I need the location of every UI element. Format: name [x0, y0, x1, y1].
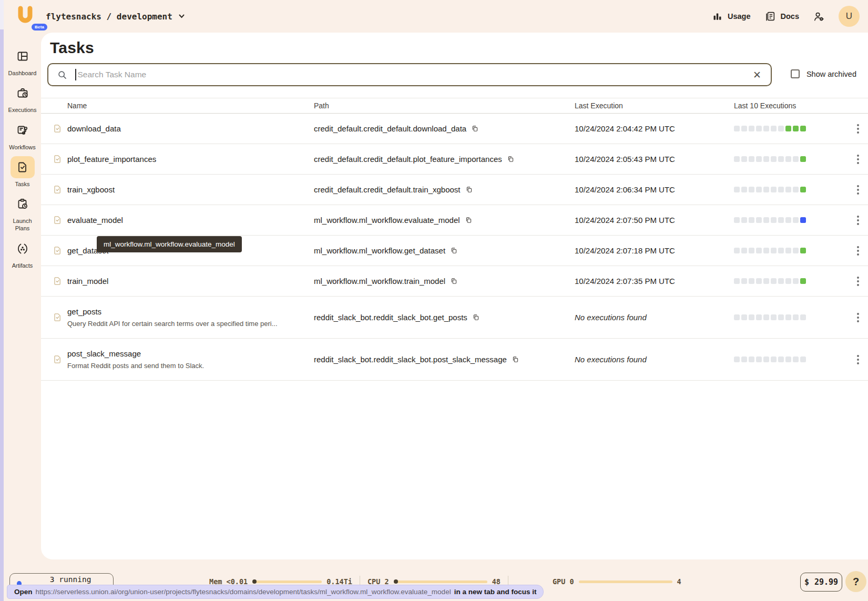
clear-search-button[interactable]: ✕ [752, 69, 762, 81]
task-description: Format Reddit posts and send them to Sla… [67, 362, 314, 370]
sidebar-item-executions[interactable]: Executions [5, 82, 40, 114]
execution-square [756, 248, 762, 253]
artifacts-icon [11, 238, 35, 260]
sidebar-item-tasks[interactable]: Tasks [5, 156, 40, 188]
row-menu-button[interactable] [855, 213, 861, 227]
row-menu-button[interactable] [855, 152, 861, 166]
last-execution: 10/24/2024 2:07:18 PM UTC [575, 246, 734, 255]
row-menu-button[interactable] [855, 183, 861, 197]
sidebar-item-workflows[interactable]: Workflows [5, 119, 40, 151]
search-input[interactable] [76, 70, 752, 79]
show-archived-control: Show archived [791, 69, 856, 78]
execution-square [785, 126, 791, 131]
table-row[interactable]: plot_feature_importances credit_default.… [41, 144, 868, 175]
task-path-tooltip: ml_workflow.ml_workflow.evaluate_model [97, 236, 242, 252]
execution-square [785, 156, 791, 162]
last-execution: No executions found [575, 313, 734, 322]
table-row[interactable]: download_data credit_default.credit_defa… [41, 114, 868, 144]
copy-icon[interactable] [450, 247, 458, 254]
last-10-executions [734, 278, 847, 284]
copy-icon[interactable] [471, 125, 479, 133]
last-10-executions [734, 356, 847, 362]
row-menu-button[interactable] [855, 353, 861, 366]
user-admin-button[interactable] [813, 11, 825, 23]
column-header-name: Name [67, 101, 314, 110]
execution-square [749, 217, 754, 223]
project-domain-breadcrumb[interactable]: flytesnacks / development [46, 0, 185, 33]
help-button[interactable]: ? [845, 571, 866, 592]
search-icon [57, 69, 68, 80]
execution-square [741, 217, 747, 223]
executions-icon [11, 82, 35, 104]
gpu-meter-bar [579, 580, 672, 583]
table-row[interactable]: get_posts Query Reddit API for certain s… [41, 297, 868, 339]
task-path: ml_workflow.ml_workflow.get_dataset [314, 246, 445, 255]
gpu-value: 0 [569, 577, 574, 586]
last-10-executions [734, 217, 847, 223]
execution-square [734, 356, 740, 362]
table-row[interactable]: train_model ml_workflow.ml_workflow.trai… [41, 266, 868, 297]
sidebar-item-artifacts[interactable]: Artifacts [5, 238, 40, 269]
gpu-meter: GPU 0 4 [553, 577, 681, 586]
chevron-down-icon [179, 14, 185, 18]
row-menu-button[interactable] [855, 311, 861, 324]
sidebar-item-dashboard[interactable]: Dashboard [5, 45, 40, 77]
execution-square [785, 314, 791, 320]
status-prefix: Open [14, 588, 33, 596]
execution-square [734, 248, 740, 253]
docs-label: Docs [781, 12, 799, 21]
execution-square [734, 156, 740, 162]
task-name[interactable]: get_posts [67, 307, 314, 316]
sidebar-item-launch-plans[interactable]: Launch Plans [5, 193, 40, 232]
copy-icon[interactable] [472, 313, 480, 321]
show-archived-checkbox[interactable] [791, 69, 800, 78]
execution-square [763, 314, 769, 320]
credits-button[interactable]: $ 29.99 [800, 573, 842, 592]
row-menu-button[interactable] [855, 244, 861, 258]
union-logo[interactable]: Beta [14, 5, 38, 29]
last-execution: No executions found [575, 355, 734, 364]
task-path: credit_default.credit_default.plot_featu… [314, 155, 502, 164]
copy-icon[interactable] [465, 216, 473, 224]
task-path: reddit_slack_bot.reddit_slack_bot.get_po… [314, 313, 467, 322]
task-doc-icon [53, 312, 67, 322]
execution-square [756, 187, 762, 192]
row-menu-button[interactable] [855, 274, 861, 288]
execution-square [778, 126, 784, 131]
execution-square [778, 187, 784, 192]
copy-icon[interactable] [512, 355, 519, 363]
row-menu-button[interactable] [855, 122, 861, 136]
task-name[interactable]: train_model [67, 277, 314, 286]
avatar[interactable]: U [839, 6, 860, 27]
task-name[interactable]: plot_feature_importances [67, 155, 314, 164]
table-row[interactable]: post_slack_message Format Reddit posts a… [41, 339, 868, 381]
task-name[interactable]: post_slack_message [67, 349, 314, 358]
task-name[interactable]: train_xgboost [67, 185, 314, 194]
docs-button[interactable]: Docs [764, 11, 799, 22]
copy-icon[interactable] [507, 155, 515, 163]
task-path: credit_default.credit_default.train_xgbo… [314, 185, 461, 194]
execution-square [800, 217, 806, 223]
execution-square [763, 278, 769, 284]
table-row[interactable]: evaluate_model ml_workflow.ml_workflow.e… [41, 205, 868, 236]
execution-square [778, 356, 784, 362]
execution-square [793, 126, 799, 131]
execution-square [800, 248, 806, 253]
mem-meter-bar [252, 580, 322, 583]
task-name[interactable]: evaluate_model [67, 216, 314, 225]
usage-button[interactable]: Usage [712, 11, 751, 22]
task-doc-icon [53, 124, 67, 134]
table-row[interactable]: train_xgboost credit_default.credit_defa… [41, 175, 868, 205]
task-path: reddit_slack_bot.reddit_slack_bot.post_s… [314, 355, 507, 364]
copy-icon[interactable] [450, 277, 458, 285]
execution-square [734, 314, 740, 320]
execution-square [749, 126, 754, 131]
execution-square [778, 248, 784, 253]
task-name[interactable]: download_data [67, 124, 314, 133]
last-10-executions [734, 156, 847, 162]
last-execution: 10/24/2024 2:07:35 PM UTC [575, 277, 734, 286]
gpu-label: GPU [553, 577, 565, 586]
last-10-executions [734, 126, 847, 131]
copy-icon[interactable] [465, 186, 473, 193]
execution-square [778, 217, 784, 223]
